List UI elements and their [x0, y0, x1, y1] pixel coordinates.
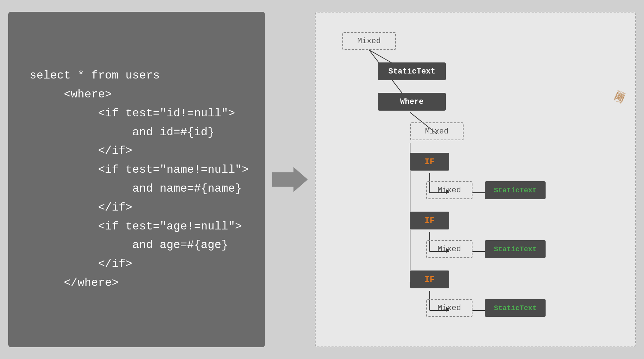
main-container: select * from users <where> <if test="id…	[8, 12, 636, 347]
watermark: 源码阅读网	[618, 81, 632, 90]
node-mixed3: Mixed	[426, 181, 472, 199]
arrow-icon	[272, 167, 308, 192]
svg-marker-0	[272, 167, 308, 192]
node-statictext1: StaticText	[378, 62, 446, 80]
code-panel: select * from users <where> <if test="id…	[8, 12, 265, 347]
node-statictext3: StaticText	[485, 240, 546, 258]
arrow-container	[265, 167, 315, 192]
code-text: select * from users <where> <if test="id…	[30, 66, 249, 293]
node-mixed2: Mixed	[410, 122, 464, 140]
node-if1: IF	[410, 153, 449, 171]
tree-lines	[316, 12, 635, 347]
node-mixed1: Mixed	[342, 32, 396, 50]
node-where: Where	[378, 93, 446, 111]
tree-panel: 源码阅读网	[315, 12, 636, 347]
node-statictext2: StaticText	[485, 181, 546, 199]
node-mixed5: Mixed	[426, 299, 472, 317]
node-statictext4: StaticText	[485, 299, 546, 317]
node-mixed4: Mixed	[426, 240, 472, 258]
node-if3: IF	[410, 270, 449, 288]
node-if2: IF	[410, 212, 449, 229]
